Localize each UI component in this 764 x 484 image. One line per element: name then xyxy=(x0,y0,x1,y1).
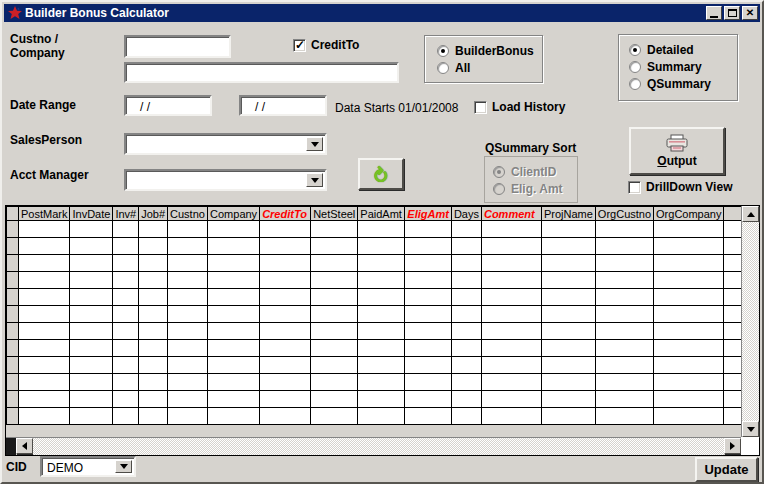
row-selector-cell[interactable] xyxy=(7,323,19,340)
grid-cell[interactable] xyxy=(139,289,168,306)
grid-cell[interactable] xyxy=(595,238,653,255)
grid-cell[interactable] xyxy=(654,306,724,323)
cid-combobox[interactable]: DEMO xyxy=(40,456,136,477)
scroll-up-button[interactable] xyxy=(742,206,759,222)
grid-cell[interactable] xyxy=(595,391,653,408)
grid-cell[interactable] xyxy=(358,357,405,374)
grid-cell[interactable] xyxy=(311,374,358,391)
grid-cell[interactable] xyxy=(451,408,481,425)
grid-cell[interactable] xyxy=(70,323,113,340)
grid-cell[interactable] xyxy=(654,238,724,255)
grid-cell[interactable] xyxy=(139,306,168,323)
vertical-scrollbar[interactable] xyxy=(741,206,759,437)
grid-cell[interactable] xyxy=(654,272,724,289)
grid-cell[interactable] xyxy=(168,238,208,255)
grid-cell[interactable] xyxy=(405,306,452,323)
grid-cell[interactable] xyxy=(541,340,595,357)
grid-cell[interactable] xyxy=(70,357,113,374)
grid-cell[interactable] xyxy=(724,357,741,374)
grid-cell[interactable] xyxy=(70,221,113,238)
grid-cell[interactable] xyxy=(541,306,595,323)
grid-cell[interactable] xyxy=(311,238,358,255)
grid-cell[interactable] xyxy=(654,289,724,306)
grid-cell[interactable] xyxy=(451,306,481,323)
grid-cell[interactable] xyxy=(541,272,595,289)
grid-cell[interactable] xyxy=(260,357,311,374)
grid-cell[interactable] xyxy=(70,391,113,408)
grid-cell[interactable] xyxy=(358,289,405,306)
grid-cell[interactable] xyxy=(70,374,113,391)
grid-cell[interactable] xyxy=(358,340,405,357)
grid-cell[interactable] xyxy=(19,374,70,391)
grid-cell[interactable] xyxy=(70,306,113,323)
grid-cell[interactable] xyxy=(481,306,541,323)
column-header-invdate[interactable]: InvDate xyxy=(70,207,113,221)
grid-cell[interactable] xyxy=(451,289,481,306)
grid-cell[interactable] xyxy=(724,374,741,391)
grid-cell[interactable] xyxy=(113,221,139,238)
grid-cell[interactable] xyxy=(405,408,452,425)
creditto-checkbox[interactable] xyxy=(293,39,306,52)
grid-cell[interactable] xyxy=(168,289,208,306)
column-header-postmark[interactable]: PostMark xyxy=(19,207,70,221)
column-header-orgcompany[interactable]: OrgCompany xyxy=(654,207,724,221)
grid-cell[interactable] xyxy=(481,323,541,340)
grid-cell[interactable] xyxy=(541,357,595,374)
grid-cell[interactable] xyxy=(724,289,741,306)
grid-cell[interactable] xyxy=(208,391,260,408)
grid-cell[interactable] xyxy=(481,340,541,357)
grid-cell[interactable] xyxy=(595,408,653,425)
grid-cell[interactable] xyxy=(654,391,724,408)
scroll-left-button[interactable] xyxy=(16,438,33,454)
grid-cell[interactable] xyxy=(260,374,311,391)
grid-cell[interactable] xyxy=(481,289,541,306)
grid-cell[interactable] xyxy=(168,272,208,289)
grid-cell[interactable] xyxy=(139,374,168,391)
grid-cell[interactable] xyxy=(595,323,653,340)
grid-cell[interactable] xyxy=(358,272,405,289)
grid-cell[interactable] xyxy=(208,357,260,374)
column-header-company[interactable]: Company xyxy=(208,207,260,221)
grid-cell[interactable] xyxy=(139,323,168,340)
row-selector-cell[interactable] xyxy=(7,357,19,374)
grid-cell[interactable] xyxy=(451,272,481,289)
grid-cell[interactable] xyxy=(451,221,481,238)
grid-cell[interactable] xyxy=(541,289,595,306)
radio-option-summary[interactable]: Summary xyxy=(629,58,737,75)
grid-cell[interactable] xyxy=(168,255,208,272)
grid-cell[interactable] xyxy=(113,323,139,340)
radio-option-qsummary[interactable]: QSummary xyxy=(629,75,737,92)
radio-option-builderbonus[interactable]: BuilderBonus xyxy=(437,42,542,59)
grid-cell[interactable] xyxy=(451,238,481,255)
grid-cell[interactable] xyxy=(208,323,260,340)
grid-cell[interactable] xyxy=(654,374,724,391)
column-header-comment[interactable]: Comment xyxy=(481,207,541,221)
grid-cell[interactable] xyxy=(19,306,70,323)
salesperson-dropdown-button[interactable] xyxy=(306,137,323,151)
grid-cell[interactable] xyxy=(70,272,113,289)
grid-cell[interactable] xyxy=(260,255,311,272)
grid-cell[interactable] xyxy=(113,340,139,357)
column-header-netsteel[interactable]: NetSteel xyxy=(311,207,358,221)
grid-cell[interactable] xyxy=(451,255,481,272)
grid-cell[interactable] xyxy=(405,374,452,391)
grid-cell[interactable] xyxy=(139,408,168,425)
grid-cell[interactable] xyxy=(654,408,724,425)
grid-cell[interactable] xyxy=(358,408,405,425)
grid-cell[interactable] xyxy=(481,255,541,272)
grid-cell[interactable] xyxy=(260,272,311,289)
radio-button-icon[interactable] xyxy=(437,62,449,74)
row-selector-cell[interactable] xyxy=(7,408,19,425)
grid-cell[interactable] xyxy=(139,340,168,357)
titlebar[interactable]: Builder Bonus Calculator ✕ xyxy=(4,4,760,22)
grid-cell[interactable] xyxy=(358,306,405,323)
grid-cell[interactable] xyxy=(724,408,741,425)
grid-cell[interactable] xyxy=(405,391,452,408)
grid-cell[interactable] xyxy=(595,272,653,289)
vertical-scroll-track[interactable] xyxy=(742,222,759,421)
column-header-eligamt[interactable]: EligAmt xyxy=(405,207,452,221)
cid-dropdown-button[interactable] xyxy=(115,460,132,473)
grid-cell[interactable] xyxy=(168,340,208,357)
grid-cell[interactable] xyxy=(595,357,653,374)
grid-cell[interactable] xyxy=(405,272,452,289)
